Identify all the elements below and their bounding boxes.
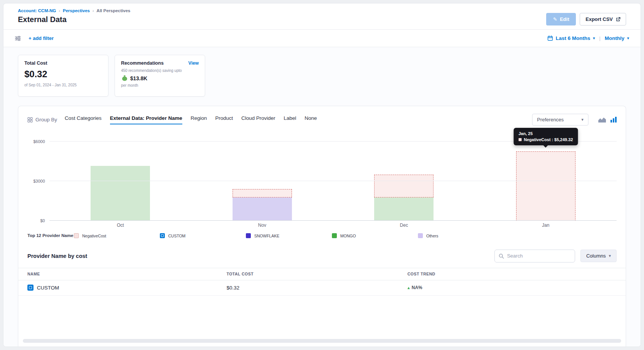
- filter-settings-icon[interactable]: [15, 36, 21, 41]
- legend-title: Top 12 Provider Name: [27, 233, 74, 239]
- breadcrumb: Account: CCM-NG › Perspectives › All Per…: [18, 8, 130, 13]
- bar-segment-negativecost[interactable]: [374, 175, 434, 197]
- groupby-tab[interactable]: Cost Categories: [65, 115, 102, 124]
- search-icon: [499, 253, 504, 259]
- recommendations-card: Recommendations View 450 recommendation(…: [115, 55, 205, 97]
- columns-button-label: Columns: [586, 253, 606, 259]
- bar-segment-others[interactable]: [233, 197, 292, 221]
- groupby-tab[interactable]: Cloud Provider: [241, 115, 275, 124]
- page-header: Account: CCM-NG › Perspectives › All Per…: [3, 3, 641, 30]
- provider-name: CUSTOM: [37, 285, 59, 291]
- external-link-icon: [616, 17, 620, 22]
- stacked-bar: [374, 142, 434, 221]
- calendar-icon: [547, 35, 553, 41]
- chart-columns: Jan, 25 NegativeCost : $5,249.32: [49, 142, 617, 221]
- chevron-down-icon: ▾: [593, 36, 595, 41]
- chevron-down-icon: ▾: [609, 253, 611, 258]
- groupby-tab[interactable]: Product: [215, 115, 233, 124]
- column-header[interactable]: COST TREND: [407, 272, 617, 276]
- date-range-label: Last 6 Months: [556, 35, 590, 41]
- chart-column: [475, 142, 617, 221]
- total-cost-value: $0.32: [24, 69, 102, 80]
- table-header-bar: Provider Name by cost Columns ▾: [27, 250, 617, 262]
- bar-segment-mongo[interactable]: [374, 197, 434, 221]
- columns-button[interactable]: Columns ▾: [580, 250, 617, 262]
- table-body: CUSTOM$0.32▴NA%: [18, 280, 626, 296]
- legend-item[interactable]: NegativeCost: [74, 233, 160, 238]
- groupby-tab[interactable]: Region: [191, 115, 207, 124]
- horizontal-scrollbar[interactable]: [23, 339, 621, 343]
- y-axis-tick: $6000: [27, 139, 45, 144]
- breadcrumb-account[interactable]: Account: CCM-NG: [18, 8, 56, 13]
- legend-label: NegativeCost: [82, 234, 106, 238]
- area-chart-icon[interactable]: [598, 117, 606, 123]
- column-header[interactable]: NAME: [27, 272, 226, 276]
- chart-legend: Top 12 Provider Name NegativeCostCUSTOMS…: [27, 233, 617, 239]
- stacked-bar: [516, 142, 575, 221]
- groupby-tab[interactable]: External Data: Provider Name: [110, 115, 182, 124]
- chart-plot: Jan, 25 NegativeCost : $5,249.32 $0$3000…: [27, 142, 617, 221]
- bar-segment-negativecost[interactable]: [516, 151, 575, 221]
- provider-table: NAMETOTAL COSTCOST TREND CUSTOM$0.32▴NA%: [18, 268, 626, 296]
- x-axis-tick: Dec: [333, 223, 475, 228]
- table-row[interactable]: CUSTOM$0.32▴NA%: [18, 280, 626, 296]
- grid-icon: [27, 117, 33, 123]
- table-title: Provider Name by cost: [27, 253, 87, 259]
- bar-chart-icon[interactable]: [611, 117, 617, 123]
- groupby-tabs: Cost CategoriesExternal Data: Provider N…: [65, 115, 317, 124]
- group-by-label: Group By: [35, 117, 57, 123]
- chevron-down-icon: ▾: [627, 36, 629, 41]
- tooltip-label: NegativeCost : $5,249.32: [524, 137, 573, 142]
- date-range-dropdown[interactable]: Last 6 Months ▾: [556, 35, 595, 41]
- bar-segment-mongo[interactable]: [91, 166, 150, 221]
- chart-column: [49, 142, 191, 221]
- legend-swatch: [246, 233, 251, 238]
- bar-segment-negativecost[interactable]: [233, 189, 292, 197]
- legend-items: NegativeCostCUSTOMSNOWFLAKEMONGOOthers: [74, 233, 617, 238]
- chart-xlabels: OctNovDecJan: [49, 221, 617, 230]
- tooltip-swatch: [518, 138, 521, 141]
- page-title: External Data: [18, 15, 130, 24]
- preferences-dropdown[interactable]: Preferences ▾: [532, 114, 588, 126]
- perspective-panel: Group By Cost CategoriesExternal Data: P…: [18, 106, 626, 347]
- legend-swatch: [74, 233, 79, 238]
- group-by-row: Group By Cost CategoriesExternal Data: P…: [27, 114, 617, 126]
- chevron-down-icon: ▾: [581, 117, 583, 122]
- edit-button-label: Edit: [560, 16, 569, 22]
- breadcrumb-perspectives[interactable]: Perspectives: [63, 8, 90, 13]
- tooltip-title: Jan, 25: [518, 131, 573, 136]
- x-axis-tick: Jan: [475, 223, 617, 228]
- chart-tooltip: Jan, 25 NegativeCost : $5,249.32: [513, 128, 578, 145]
- y-axis-tick: $0: [27, 218, 45, 223]
- legend-item[interactable]: Others: [418, 233, 504, 238]
- chart-column: [333, 142, 475, 221]
- gridline: [49, 220, 617, 221]
- filter-bar: + add filter Last 6 Months ▾ | Monthly ▾: [3, 30, 641, 47]
- legend-item[interactable]: MONGO: [332, 233, 418, 238]
- breadcrumb-separator-icon: ›: [92, 8, 94, 13]
- add-filter-button[interactable]: + add filter: [29, 35, 54, 41]
- edit-button[interactable]: ✎ Edit: [546, 13, 576, 25]
- groupby-tab[interactable]: None: [304, 115, 317, 124]
- gridline: [49, 181, 617, 181]
- search-input[interactable]: [507, 253, 571, 259]
- recommendations-per-month: per month: [121, 83, 199, 88]
- granularity-dropdown[interactable]: Monthly ▾: [605, 35, 629, 41]
- groupby-tab[interactable]: Label: [284, 115, 296, 124]
- recommendations-view-link[interactable]: View: [188, 60, 199, 66]
- cost-trend-value: NA%: [411, 285, 422, 290]
- export-csv-button[interactable]: Export CSV: [580, 13, 626, 25]
- legend-label: Others: [426, 234, 438, 238]
- breadcrumb-current: All Perspectives: [97, 8, 131, 13]
- legend-swatch: [418, 233, 423, 238]
- stacked-bar: [233, 142, 292, 221]
- legend-label: MONGO: [340, 234, 356, 238]
- legend-item[interactable]: SNOWFLAKE: [246, 233, 332, 238]
- total-cost-cell: $0.32: [226, 285, 407, 291]
- legend-swatch: [332, 233, 337, 238]
- granularity-label: Monthly: [605, 35, 625, 41]
- content-area: Total Cost $0.32 of Sep 01, 2024 - Jan 3…: [3, 47, 641, 347]
- column-header[interactable]: TOTAL COST: [226, 272, 407, 276]
- legend-item[interactable]: CUSTOM: [160, 233, 246, 238]
- total-cost-period: of Sep 01, 2024 - Jan 31, 2025: [24, 83, 102, 87]
